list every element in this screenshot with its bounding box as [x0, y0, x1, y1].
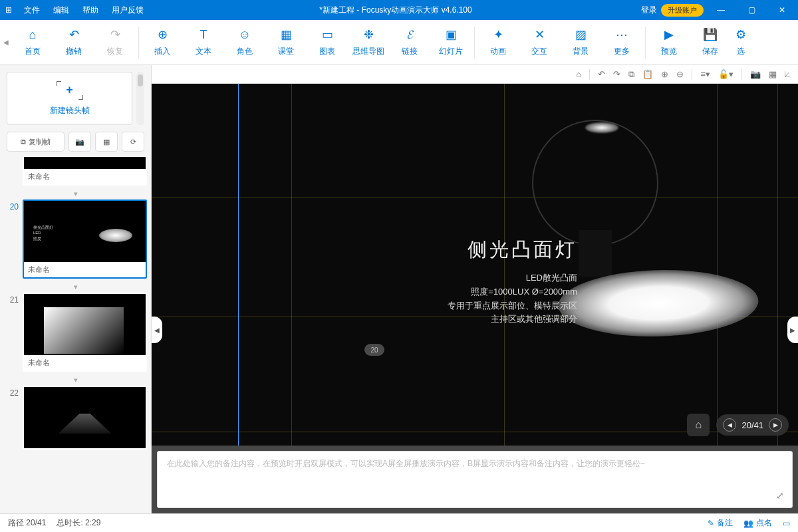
camera-icon: 📷: [75, 138, 84, 146]
rotate-right-icon[interactable]: ↷: [613, 69, 620, 79]
camera-button[interactable]: 📷: [68, 132, 91, 152]
toolbar-scroll-left[interactable]: ◀: [0, 39, 12, 46]
align-icon[interactable]: ≡▾: [700, 69, 710, 79]
canvas[interactable]: 20 侧光凸面灯 LED散光凸面 照度=1000LUX Ø=2000mm 专用于…: [152, 84, 798, 446]
lamp-glow-graphic: [585, 122, 618, 133]
refresh-button[interactable]: ⟳: [122, 132, 144, 152]
menu-feedback[interactable]: 用户反馈: [105, 0, 150, 20]
prev-frame-button[interactable]: ◀: [723, 418, 736, 432]
undo-icon: ↶: [69, 27, 79, 42]
thumb-item[interactable]: 22: [4, 386, 147, 450]
person-icon: ☺: [239, 28, 251, 42]
lock-icon[interactable]: 🔓▾: [718, 69, 733, 79]
thumb-item[interactable]: 21未命名: [4, 293, 147, 372]
notes-area[interactable]: 在此处输入您的备注内容，在预览时开启双屏模式，可以实现A屏全屏播放演示内容，B屏…: [157, 451, 793, 508]
transition-icon[interactable]: ▾: [4, 281, 147, 293]
panel-toggle-left[interactable]: ◀: [152, 317, 162, 343]
upgrade-button[interactable]: 升级账户: [661, 4, 704, 17]
app-logo-icon: ⊞: [0, 5, 17, 15]
panel-toggle-right[interactable]: ▶: [787, 317, 798, 343]
gear-icon: ⚙: [735, 27, 746, 42]
lamp-ring-graphic: [532, 120, 658, 246]
more-icon: ⋯: [616, 27, 628, 42]
zoom-out-icon[interactable]: ⊖: [676, 69, 684, 79]
next-frame-button[interactable]: ▶: [769, 418, 782, 432]
nav-home-button[interactable]: ⌂: [687, 414, 710, 436]
rollcall-button[interactable]: 👥 点名: [743, 517, 772, 529]
close-button[interactable]: ✕: [769, 0, 795, 20]
mindmap-button[interactable]: ❉思维导图: [348, 20, 389, 65]
canvas-nav: ⌂ ◀ 20/41 ▶: [687, 414, 789, 436]
transition-icon[interactable]: ▾: [4, 374, 147, 386]
new-frame-label: 新建镜头帧: [50, 105, 90, 116]
insert-button[interactable]: ⊕插入: [142, 20, 183, 65]
slide-text: 侧光凸面灯 LED散光凸面 照度=1000LUX Ø=2000mm 专用于重点展…: [404, 237, 577, 327]
slide-heading: 侧光凸面灯: [404, 237, 577, 263]
lamp-base-graphic: [579, 230, 612, 277]
titlebar: ⊞ 文件 编辑 帮助 用户反馈 *新建工程 - Focusky动画演示大师 v4…: [0, 0, 798, 20]
page-indicator: 20/41: [741, 420, 763, 430]
save-icon: 💾: [703, 27, 718, 42]
anim-button[interactable]: ✦动画: [477, 20, 519, 65]
bg-button[interactable]: ▨背景: [560, 20, 601, 65]
ruler-icon[interactable]: ⟀: [785, 69, 790, 79]
login-link[interactable]: 登录: [641, 5, 657, 16]
notes-toggle-button[interactable]: ✎ 备注: [708, 517, 733, 529]
slide-icon: ▣: [446, 27, 457, 42]
menu-file[interactable]: 文件: [17, 0, 47, 20]
sidebar-scrollbar[interactable]: [136, 72, 144, 125]
redo-icon: ↷: [110, 27, 120, 42]
chart-button[interactable]: ▭图表: [307, 20, 348, 65]
animation-icon: ✦: [493, 27, 503, 42]
link-button[interactable]: 𝓔链接: [389, 20, 430, 65]
undo-button[interactable]: ↶撤销: [53, 20, 94, 65]
present-icon[interactable]: ▭: [783, 517, 790, 529]
canvas-home-icon[interactable]: ⌂: [577, 69, 582, 79]
interact-icon: ✕: [535, 27, 545, 42]
grid-icon[interactable]: ▦: [769, 69, 777, 79]
qr-button[interactable]: ▦: [95, 132, 118, 152]
notes-placeholder: 在此处输入您的备注内容，在预览时开启双屏模式，可以实现A屏全屏播放演示内容，B屏…: [167, 458, 759, 469]
expand-icon[interactable]: ⤢: [776, 490, 784, 501]
paste-icon[interactable]: 📋: [642, 69, 653, 79]
rotate-left-icon[interactable]: ↶: [598, 69, 605, 79]
class-button[interactable]: ▦课堂: [265, 20, 307, 65]
home-button[interactable]: ⌂首页: [12, 20, 53, 65]
copy-icon[interactable]: ⧉: [628, 69, 634, 80]
more-button[interactable]: ⋯更多: [601, 20, 642, 65]
snapshot-icon[interactable]: 📷: [750, 69, 761, 79]
canvas-area: ⌂ ↶ ↷ ⧉ 📋 ⊕ ⊖ ≡▾ 🔓▾ 📷 ▦ ⟀ 20 侧: [152, 65, 798, 513]
background-icon: ▨: [575, 27, 587, 42]
preview-button[interactable]: ▶预览: [648, 20, 690, 65]
save-button[interactable]: 💾保存: [690, 20, 731, 65]
thumb-item[interactable]: 未命名: [4, 157, 147, 186]
canvas-toolbar: ⌂ ↶ ↷ ⧉ 📋 ⊕ ⊖ ≡▾ 🔓▾ 📷 ▦ ⟀: [152, 65, 798, 84]
thumbnails-list: 未命名 ▾ 20侧光凸面灯LED照度未命名 ▾ 21未命名 ▾ 22: [0, 157, 151, 513]
zoom-in-icon[interactable]: ⊕: [661, 69, 668, 79]
plus-circle-icon: ⊕: [158, 27, 168, 42]
maximize-button[interactable]: ▢: [738, 0, 765, 20]
status-path: 路径 20/41: [8, 517, 46, 529]
refresh-icon: ⟳: [130, 138, 136, 146]
menu-help[interactable]: 帮助: [76, 0, 105, 20]
status-duration: 总时长: 2:29: [57, 517, 100, 529]
slide-button[interactable]: ▣幻灯片: [430, 20, 471, 65]
text-button[interactable]: T文本: [183, 20, 224, 65]
window-title: *新建工程 - Focusky动画演示大师 v4.6.100: [150, 5, 641, 16]
minimize-button[interactable]: —: [708, 0, 734, 20]
link-icon: 𝓔: [407, 28, 413, 42]
thumb-item[interactable]: 20侧光凸面灯LED照度未命名: [4, 200, 147, 279]
home-icon: ⌂: [29, 28, 37, 42]
copy-frame-button[interactable]: ⧉复制帧: [7, 132, 65, 152]
text-icon: T: [200, 28, 207, 42]
class-icon: ▦: [281, 27, 292, 42]
role-button[interactable]: ☺角色: [224, 20, 265, 65]
redo-button[interactable]: ↷恢复: [94, 20, 136, 65]
transition-icon[interactable]: ▾: [4, 188, 147, 200]
options-button[interactable]: ⚙选: [731, 20, 751, 65]
interact-button[interactable]: ✕交互: [519, 20, 560, 65]
menu-edit[interactable]: 编辑: [47, 0, 76, 20]
qr-icon: ▦: [103, 138, 110, 146]
mindmap-icon: ❉: [364, 27, 374, 42]
new-frame-button[interactable]: + 新建镜头帧: [7, 72, 132, 125]
